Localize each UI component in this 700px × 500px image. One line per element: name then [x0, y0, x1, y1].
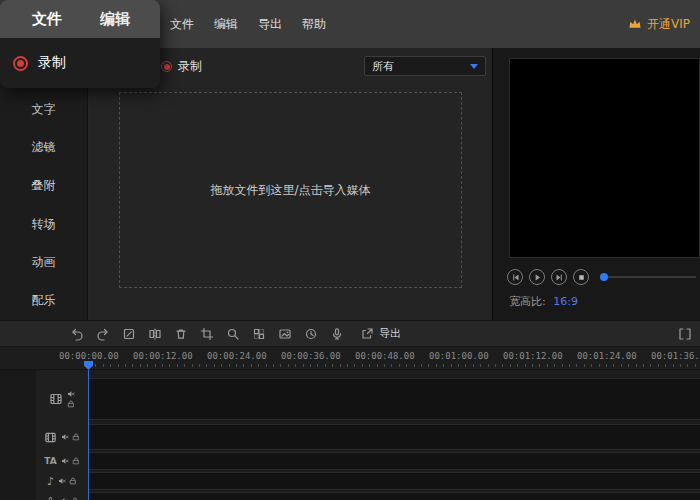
video-track-row [0, 378, 700, 420]
dropzone-text: 拖放文件到这里/点击导入媒体 [210, 182, 370, 199]
crown-icon [628, 18, 642, 30]
ruler-label: 00:00:36.00 [281, 351, 341, 361]
stop-button[interactable] [573, 269, 589, 285]
export-button[interactable]: 导出 [360, 326, 401, 341]
pip-track-header [36, 424, 88, 450]
mute-icon[interactable] [67, 390, 75, 398]
text-track-header: TA [36, 452, 88, 470]
ruler-label: 00:00:24.00 [207, 351, 267, 361]
voice-track-row [0, 492, 700, 500]
duration-icon[interactable] [304, 327, 318, 341]
ruler-label: 00:01:36.00 [651, 351, 700, 361]
timeline-fit-icon[interactable] [678, 327, 692, 344]
ruler-label: 00:01:00.00 [429, 351, 489, 361]
menu-file[interactable]: 文件 [170, 16, 194, 33]
vip-label: 开通VIP [647, 16, 690, 33]
redo-icon[interactable] [96, 327, 110, 341]
delete-icon[interactable] [174, 327, 188, 341]
timeline-toolbar: 导出 [0, 320, 700, 347]
voice-track-header [36, 492, 88, 500]
lock-icon[interactable] [72, 433, 80, 441]
voiceover-icon[interactable] [330, 327, 344, 341]
popup-menu-tabs: 文件 编辑 [0, 0, 160, 38]
file-menu-popup: 文件 编辑 录制 [0, 0, 160, 88]
split-icon[interactable] [148, 327, 162, 341]
progress-handle[interactable] [600, 273, 608, 281]
music-track-row: ♪ [0, 472, 700, 490]
media-filter-value: 所有 [372, 59, 394, 74]
import-dropzone[interactable]: 拖放文件到这里/点击导入媒体 [119, 92, 462, 288]
aspect-ratio-row: 宽高比: 16:9 [509, 294, 578, 309]
popup-tab-file[interactable]: 文件 [32, 10, 62, 29]
play-button[interactable] [529, 269, 545, 285]
playback-controls [507, 268, 696, 286]
preview-progress-slider[interactable] [600, 276, 696, 278]
filmstrip-icon [44, 431, 57, 444]
video-track-header [36, 378, 88, 420]
record-button[interactable]: 录制 [161, 58, 202, 75]
sidebar-item-filters[interactable]: 滤镜 [0, 128, 87, 166]
sidebar-item-music[interactable]: 配乐 [0, 282, 87, 320]
music-note-icon: ♪ [47, 476, 54, 487]
music-track-lane[interactable] [88, 472, 700, 490]
edit-icon[interactable] [122, 327, 136, 341]
chevron-down-icon [470, 64, 478, 69]
freeze-frame-icon[interactable] [278, 327, 292, 341]
menu-item-record[interactable]: 录制 [13, 54, 66, 72]
record-icon [161, 61, 172, 72]
mute-icon[interactable] [61, 433, 69, 441]
ruler-label: 00:00:48.00 [355, 351, 415, 361]
preview-panel: 宽高比: 16:9 [492, 48, 700, 320]
previous-frame-button[interactable] [507, 269, 523, 285]
video-track-lane[interactable] [88, 378, 700, 420]
mic-icon [45, 496, 56, 500]
playhead-line[interactable] [88, 370, 89, 500]
popup-tab-edit[interactable]: 编辑 [100, 10, 130, 29]
ruler-label: 00:00:00.00 [59, 351, 119, 361]
menu-export[interactable]: 导出 [258, 16, 282, 33]
sidebar: 文字 滤镜 叠附 转场 动画 配乐 [0, 48, 88, 320]
sidebar-item-text[interactable]: 文字 [0, 90, 87, 128]
text-track-lane[interactable] [88, 452, 700, 470]
ruler-label: 00:01:12.00 [503, 351, 563, 361]
music-track-header: ♪ [36, 472, 88, 490]
mosaic-icon[interactable] [252, 327, 266, 341]
record-label: 录制 [178, 58, 202, 75]
menu-help[interactable]: 帮助 [302, 16, 326, 33]
mute-icon[interactable] [61, 457, 69, 465]
ruler-ticks [88, 364, 700, 367]
crop-icon[interactable] [200, 327, 214, 341]
text-track-icon: TA [44, 456, 56, 466]
lock-icon[interactable] [72, 457, 80, 465]
pip-track-row [0, 424, 700, 450]
undo-icon[interactable] [70, 327, 84, 341]
video-editor-window: 文件 编辑 导出 帮助 开通VIP 文字 滤镜 叠附 转场 动画 配乐 录制 所… [0, 0, 700, 500]
menu-edit[interactable]: 编辑 [214, 16, 238, 33]
preview-video-area [509, 58, 700, 258]
zoom-icon[interactable] [226, 327, 240, 341]
menubar-items: 文件 编辑 导出 帮助 [170, 0, 326, 48]
timeline-ruler[interactable]: 00:00:00.00 00:00:12.00 00:00:24.00 00:0… [0, 347, 700, 370]
mute-icon[interactable] [58, 477, 66, 485]
timeline-section: 导出 00:00:00.00 00:00:12.00 00:00:24.00 0… [0, 320, 700, 500]
next-frame-button[interactable] [551, 269, 567, 285]
filmstrip-icon [49, 392, 63, 406]
sidebar-item-animations[interactable]: 动画 [0, 243, 87, 281]
aspect-ratio-label: 宽高比: [509, 295, 546, 308]
aspect-ratio-value[interactable]: 16:9 [553, 295, 578, 308]
text-track-row: TA [0, 452, 700, 470]
voice-track-lane[interactable] [88, 492, 700, 500]
pip-track-lane[interactable] [88, 424, 700, 450]
track-area: TA ♪ [0, 370, 700, 500]
sidebar-item-overlays[interactable]: 叠附 [0, 167, 87, 205]
vip-button[interactable]: 开通VIP [628, 0, 690, 48]
sidebar-item-transitions[interactable]: 转场 [0, 205, 87, 243]
record-icon [13, 56, 28, 71]
lock-icon[interactable] [67, 400, 75, 408]
export-label: 导出 [379, 326, 401, 341]
popup-menu-body: 录制 [0, 38, 160, 88]
lock-icon[interactable] [69, 477, 77, 485]
playhead-marker[interactable] [84, 361, 93, 370]
ruler-label: 00:01:24.00 [577, 351, 637, 361]
media-filter-dropdown[interactable]: 所有 [364, 56, 486, 76]
